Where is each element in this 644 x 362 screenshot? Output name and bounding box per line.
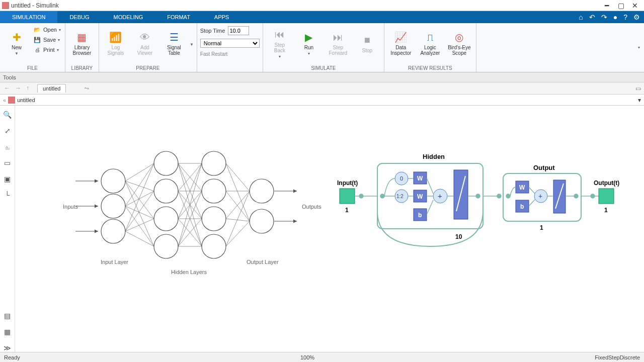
svg-text:+: + <box>438 192 442 200</box>
run-button[interactable]: ▶Run▾ <box>295 24 323 62</box>
close-button[interactable]: ✕ <box>628 0 642 11</box>
svg-point-15 <box>250 209 274 233</box>
step-forward-button[interactable]: ⏭Step Forward <box>325 24 352 62</box>
input-block[interactable] <box>340 189 355 204</box>
outputs-label: Outputs <box>302 204 321 210</box>
svg-line-49 <box>226 191 250 221</box>
logic-analyzer-button[interactable]: ⎍Logic Analyzer <box>417 24 444 62</box>
svg-line-21 <box>125 181 154 246</box>
diagnostic-icon[interactable]: ≫ <box>4 344 12 352</box>
output-layer-label: Output Layer <box>247 259 279 265</box>
settings-icon[interactable]: ⚙ <box>633 13 640 21</box>
open-button[interactable]: 📂Open ▾ <box>32 25 62 34</box>
tab-strip: ← → ↑ untitled ⤳ ▭ <box>0 82 644 95</box>
properties-icon[interactable]: ▦ <box>4 328 12 336</box>
input-t-label: Input(t) <box>337 179 358 187</box>
group-library: LIBRARY <box>68 64 96 72</box>
nav-up-icon[interactable]: ↑ <box>26 84 34 93</box>
group-file: FILE <box>3 64 62 72</box>
tab-modeling[interactable]: MODELING <box>102 11 155 23</box>
area-icon[interactable]: ▭ <box>4 159 12 167</box>
app-icon <box>2 2 9 9</box>
output-t-label: Output(t) <box>594 179 619 187</box>
svg-point-8 <box>154 207 178 231</box>
maximize-button[interactable]: ▢ <box>614 0 628 11</box>
library-browser-button[interactable]: ▦ Library Browser <box>68 24 96 62</box>
toolstrip: ✚ New ▼ 📂Open ▾ 💾Save ▾ 🖨Print ▾ FILE ▦ … <box>0 23 644 72</box>
breadcrumb-path[interactable]: untitled <box>17 97 35 103</box>
output-label: Output <box>533 164 555 171</box>
breadcrumb-dropdown-icon[interactable]: ▾ <box>638 97 641 104</box>
undo-icon[interactable]: ↶ <box>589 13 595 21</box>
svg-text:b: b <box>418 212 422 219</box>
group-simulate: SIMULATE <box>266 64 381 72</box>
simulation-mode-select[interactable]: Normal <box>200 39 260 48</box>
model-canvas[interactable]: Inputs Outputs Input Layer Hidden Layers… <box>15 106 644 352</box>
inputs-label: Inputs <box>63 204 78 210</box>
image-icon[interactable]: ▣ <box>4 175 12 183</box>
svg-point-88 <box>506 194 510 198</box>
tab-simulation[interactable]: SIMULATION <box>0 11 57 23</box>
hide-browser-icon[interactable]: « <box>3 97 6 103</box>
svg-point-68 <box>380 194 384 198</box>
svg-text:W: W <box>417 175 423 182</box>
help-icon[interactable]: ? <box>623 13 627 21</box>
status-solver[interactable]: FixedStepDiscrete <box>595 354 640 360</box>
status-ready: Ready <box>4 354 20 360</box>
window-title: untitled - Simulink <box>11 2 600 9</box>
zoom-icon[interactable]: 🔍 <box>4 111 12 119</box>
annotation-icon[interactable]: ⎁ <box>4 143 12 151</box>
home-icon[interactable]: ⌂ <box>579 13 583 21</box>
input-layer-label: Input Layer <box>101 259 128 265</box>
svg-point-77 <box>476 194 480 198</box>
svg-line-19 <box>125 181 154 191</box>
tab-apps[interactable]: APPS <box>202 11 241 23</box>
notification-icon[interactable]: ● <box>613 13 617 21</box>
fit-icon[interactable]: ⤢ <box>4 127 12 135</box>
svg-point-3 <box>101 169 125 193</box>
hidden-count: 10 <box>455 233 462 240</box>
tab-overflow-icon[interactable]: ▭ <box>635 85 641 92</box>
svg-line-52 <box>226 191 250 246</box>
canvas-toolbar: 🔍 ⤢ ⎁ ▭ ▣ └ ▤ ▦ ≫ <box>0 106 15 352</box>
svg-point-4 <box>101 194 125 218</box>
svg-point-14 <box>250 179 274 203</box>
model-browser-icon[interactable]: ▤ <box>4 312 12 320</box>
print-button[interactable]: 🖨Print ▾ <box>32 45 62 54</box>
new-button[interactable]: ✚ New ▼ <box>3 24 30 62</box>
line-icon[interactable]: └ <box>4 191 12 199</box>
stop-button[interactable]: ■Stop <box>354 24 381 62</box>
add-viewer-button[interactable]: 👁Add Viewer <box>131 24 158 62</box>
signal-table-button[interactable]: ☰Signal Table <box>160 24 188 62</box>
data-inspector-button[interactable]: 📈Data Inspector <box>387 24 415 62</box>
svg-line-46 <box>226 163 250 191</box>
hidden-label: Hidden <box>423 153 445 160</box>
redo-icon[interactable]: ↷ <box>601 13 607 21</box>
tab-scroll-icon[interactable]: ⤳ <box>84 85 89 92</box>
fast-restart-button[interactable]: Fast Restart <box>200 51 260 57</box>
tab-format[interactable]: FORMAT <box>155 11 202 23</box>
toolstrip-expand-icon[interactable]: ▾ <box>638 45 640 50</box>
svg-line-53 <box>226 221 250 246</box>
output-block[interactable] <box>599 189 614 204</box>
tools-row: Tools <box>0 72 644 82</box>
nav-back-icon[interactable]: ← <box>4 84 12 93</box>
output-count: 1 <box>540 224 543 231</box>
input-count: 1 <box>345 207 349 214</box>
birds-eye-scope-button[interactable]: ◎Bird's-Eye Scope <box>446 24 473 62</box>
stoptime-input[interactable] <box>228 26 249 35</box>
minimize-button[interactable]: ━ <box>600 0 614 11</box>
svg-point-13 <box>202 234 226 258</box>
step-back-button[interactable]: ⏮Step Back▾ <box>266 24 293 62</box>
svg-line-25 <box>125 206 154 246</box>
ribbon-tabs: SIMULATION DEBUG MODELING FORMAT APPS ⌂ … <box>0 11 644 23</box>
status-zoom[interactable]: 100% <box>300 354 314 360</box>
svg-point-95 <box>591 194 595 198</box>
nav-forward-icon[interactable]: → <box>15 84 23 93</box>
svg-line-23 <box>125 191 154 206</box>
group-review: REVIEW RESULTS <box>387 64 473 72</box>
document-tab-untitled[interactable]: untitled <box>37 84 66 93</box>
tab-debug[interactable]: DEBUG <box>57 11 101 23</box>
save-button[interactable]: 💾Save ▾ <box>32 35 62 44</box>
log-signals-button[interactable]: 📶Log Signals <box>102 24 129 62</box>
